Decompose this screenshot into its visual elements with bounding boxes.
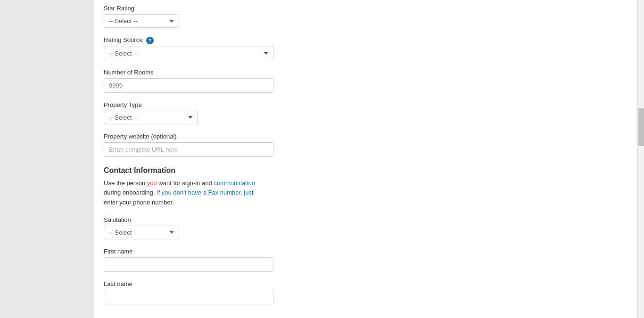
star-rating-group: Star Rating -- Select -- 1 Star 2 Stars … — [104, 5, 627, 28]
rating-source-select[interactable]: -- Select -- Official Self-rated Other — [104, 47, 273, 60]
salutation-select[interactable]: -- Select -- Mr. Mrs. Ms. Dr. Prof. — [104, 226, 179, 239]
contact-info-section: Contact Information Use the person you w… — [104, 166, 627, 208]
property-type-group: Property Type -- Select -- Hotel Motel R… — [104, 101, 627, 124]
first-name-input[interactable] — [104, 257, 273, 272]
main-content: Star Rating -- Select -- 1 Star 2 Stars … — [94, 0, 636, 318]
salutation-label: Salutation — [104, 216, 627, 223]
left-panel — [0, 0, 94, 318]
star-rating-select[interactable]: -- Select -- 1 Star 2 Stars 3 Stars 4 St… — [104, 14, 179, 28]
salutation-group: Salutation -- Select -- Mr. Mrs. Ms. Dr.… — [104, 216, 627, 239]
property-website-label: Property website (optional) — [104, 133, 627, 140]
last-name-input[interactable] — [104, 290, 273, 304]
rating-source-label: Rating Source ? — [104, 36, 627, 44]
star-rating-label: Star Rating — [104, 5, 627, 12]
rating-source-help-icon[interactable]: ? — [146, 37, 154, 44]
last-name-group: Last name — [104, 280, 627, 304]
first-name-label: First name — [104, 248, 627, 255]
property-website-group: Property website (optional) — [104, 133, 627, 157]
contact-info-heading: Contact Information — [104, 166, 627, 175]
right-panel — [636, 0, 644, 318]
number-of-rooms-input[interactable] — [104, 78, 273, 93]
if-you-dont-text: If you don't have a Fax number, just — [157, 189, 254, 196]
contact-info-description: Use the person you want for sign-in and … — [104, 179, 273, 208]
last-name-label: Last name — [104, 280, 627, 287]
first-name-group: First name — [104, 248, 627, 272]
scrollbar-thumb[interactable] — [638, 108, 644, 146]
property-type-select[interactable]: -- Select -- Hotel Motel Resort Hostel B… — [104, 111, 198, 124]
property-type-label: Property Type — [104, 101, 627, 108]
property-website-input[interactable] — [104, 142, 273, 157]
you-text: you — [147, 179, 157, 187]
scrollbar-track — [638, 0, 644, 318]
communication-link: communication — [214, 179, 255, 187]
rating-source-group: Rating Source ? -- Select -- Official Se… — [104, 36, 627, 60]
number-of-rooms-group: Number of Rooms — [104, 69, 627, 93]
number-of-rooms-label: Number of Rooms — [104, 69, 627, 76]
